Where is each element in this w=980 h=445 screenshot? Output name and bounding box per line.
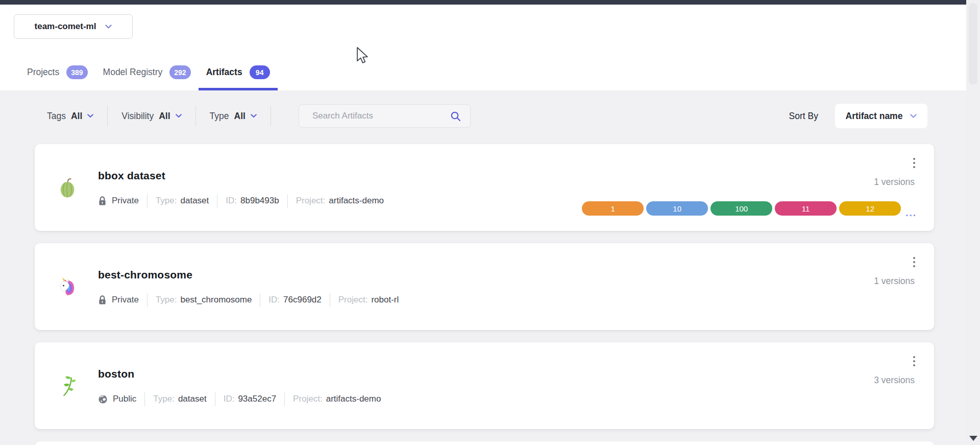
chevron-down-icon [910, 114, 917, 119]
type-field: Type:best_chromosome [156, 295, 252, 305]
tab-model-registry[interactable]: Model Registry 292 [95, 61, 199, 90]
vertical-scrollbar[interactable] [966, 0, 980, 445]
artifact-meta: Private Type:best_chromosome ID:76c969d2… [98, 293, 399, 307]
chevron-down-icon [176, 114, 182, 118]
versions-count: 1 versions [874, 177, 915, 188]
tag-pill-11[interactable]: 11 [775, 201, 837, 216]
artifact-title: boston [98, 368, 381, 380]
tags-overflow[interactable]: ... [905, 210, 917, 216]
divider [287, 194, 288, 208]
artifact-meta: Private Type:dataset ID:8b9b493b Project… [98, 194, 384, 208]
filter-dropdown-tags[interactable]: Tags All [47, 111, 93, 122]
chevron-down-icon [87, 114, 93, 118]
workspace-header: team-comet-ml Projects 389 Model Registr… [0, 5, 966, 90]
tags-row: 1101001112... [582, 201, 917, 216]
artifact-meta: Public Type:dataset ID:93a52ec7 Project:… [98, 392, 381, 406]
type-field: Type:dataset [153, 394, 206, 404]
scrollbar-down-arrow-icon[interactable] [969, 436, 977, 441]
artifact-emoji [57, 276, 79, 297]
id-field: ID:93a52ec7 [224, 394, 276, 404]
tab-count-badge: 94 [250, 65, 270, 79]
artifact-title: best-chromosome [98, 269, 399, 281]
sort-group: Sort By Artifact name [789, 104, 927, 128]
tag-pill-100[interactable]: 100 [710, 201, 772, 216]
visibility-label: Public [113, 394, 136, 404]
filter-dropdown-type[interactable]: Type All [210, 111, 257, 122]
artifact-emoji [57, 177, 79, 199]
card-body: best-chromosome Private Type:best_chrom [98, 267, 399, 307]
divider [260, 293, 260, 307]
visibility-label: Private [112, 295, 139, 305]
chevron-down-icon [251, 114, 257, 118]
herb-icon [58, 374, 78, 397]
tab-projects[interactable]: Projects 389 [19, 61, 95, 90]
globe-icon [98, 394, 108, 404]
project-field: Project:robot-rl [338, 295, 399, 305]
artifact-emoji [57, 374, 79, 397]
artifact-title: bbox dataset [98, 170, 384, 182]
artifact-list: bbox dataset Private Type:dataset [35, 144, 934, 445]
card-menu-button[interactable] [910, 254, 919, 272]
visibility: Private [98, 196, 139, 206]
filter-bar: Tags All Visibility All Type All Sort By [0, 104, 966, 128]
project-field: Project:artifacts-demo [296, 196, 384, 206]
divider [147, 194, 148, 208]
artifact-card-boston[interactable]: boston Public Type:dataset [35, 342, 934, 429]
filter-label: Tags [47, 111, 66, 122]
melon-icon [58, 177, 78, 199]
versions-count: 3 versions [874, 375, 915, 386]
workspace-selector[interactable]: team-comet-ml [14, 14, 133, 39]
artifacts-page: Tags All Visibility All Type All Sort By [0, 90, 966, 445]
search-icon[interactable] [450, 111, 461, 122]
card-body: bbox dataset Private Type:dataset [98, 168, 384, 208]
sort-value: Artifact name [846, 111, 903, 122]
visibility-label: Private [112, 196, 139, 206]
divider [284, 392, 285, 406]
artifact-card-bbox-dataset[interactable]: bbox dataset Private Type:dataset [35, 144, 934, 231]
artifact-card-best-chromosome[interactable]: best-chromosome Private Type:best_chrom [35, 243, 934, 330]
filter-divider [107, 106, 108, 126]
divider [215, 392, 215, 406]
id-field: ID:76c969d2 [268, 295, 321, 305]
divider [144, 392, 145, 406]
filter-label: Visibility [121, 111, 154, 122]
project-field: Project:artifacts-demo [293, 394, 381, 404]
filter-value: All [234, 111, 246, 122]
tab-label: Projects [27, 67, 59, 78]
tab-artifacts[interactable]: Artifacts 94 [199, 61, 278, 90]
chevron-down-icon [105, 25, 112, 29]
search-input[interactable] [312, 111, 450, 121]
top-accent-bar [0, 0, 966, 5]
card-menu-button[interactable] [910, 155, 919, 173]
divider [147, 293, 148, 307]
scrollbar-thumb[interactable] [969, 3, 977, 85]
filter-dropdown-visibility[interactable]: Visibility All [121, 111, 181, 122]
tab-count-badge: 389 [66, 65, 87, 79]
tabs: Projects 389 Model Registry 292 Artifact… [19, 61, 278, 90]
tab-label: Model Registry [103, 67, 163, 78]
workspace-name: team-comet-ml [35, 21, 96, 32]
filter-dropdowns: Tags All Visibility All Type All [47, 106, 285, 126]
tab-count-badge: 292 [169, 65, 190, 79]
tab-label: Artifacts [206, 67, 242, 78]
divider [330, 293, 330, 307]
tag-pill-1[interactable]: 1 [582, 201, 644, 216]
filter-value: All [71, 111, 82, 122]
divider [217, 194, 217, 208]
tag-pill-10[interactable]: 10 [646, 201, 708, 216]
filter-label: Type [210, 111, 229, 122]
visibility: Private [98, 295, 139, 306]
lock-icon [98, 196, 107, 206]
sort-select[interactable]: Artifact name [835, 104, 927, 128]
filter-divider [271, 106, 271, 126]
card-body: boston Public Type:dataset [98, 366, 381, 406]
lock-icon [98, 295, 107, 306]
filter-divider [195, 106, 196, 126]
visibility: Public [98, 394, 136, 404]
search-box [299, 104, 471, 128]
artifact-card-partial[interactable] [35, 441, 934, 445]
versions-count: 1 versions [874, 276, 915, 287]
card-menu-button[interactable] [910, 354, 919, 371]
unicorn-icon [58, 276, 78, 297]
tag-pill-12[interactable]: 12 [839, 201, 901, 216]
